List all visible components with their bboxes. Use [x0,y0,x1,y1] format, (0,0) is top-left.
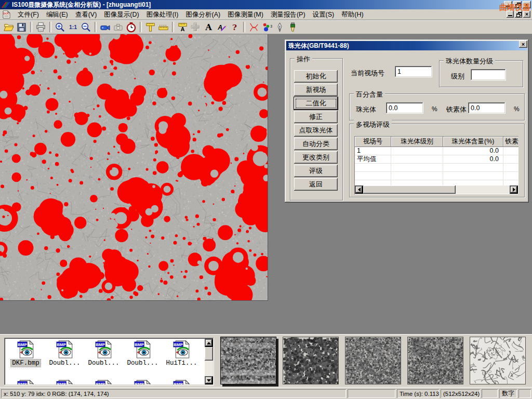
operation-button-4[interactable]: 修正 [294,111,338,123]
percentage-group-label: 百分含量 [354,90,385,99]
file-item[interactable]: BMPDoubl... [45,340,84,379]
file-name: DKF.bmp [11,360,41,367]
table-column-header: 视场号 [355,137,391,147]
table-row[interactable] [355,164,518,172]
file-item-clipped[interactable]: BMP [84,379,123,384]
thumbnail-2[interactable] [283,337,339,384]
hscroll-thumb[interactable] [363,185,456,194]
zoom-in-icon[interactable] [54,21,66,33]
save-icon[interactable] [15,21,28,33]
table-hscrollbar[interactable] [355,185,518,194]
video-camera-icon[interactable] [99,21,112,33]
restore-icon[interactable] [513,1,522,8]
dialog-title-bar[interactable]: 珠光体(GB/T9441-88) [286,41,527,50]
operation-button-3[interactable]: 二值化 [294,97,338,110]
file-item-clipped[interactable]: BMP [162,379,201,384]
image-dimensions-status: (512x512x24) [441,389,480,398]
zoom-out-icon[interactable] [79,21,92,33]
title-bar: IS100显微摄像系统(金相分析版) - [zhuguangti01] × [0,0,532,9]
metallographic-image[interactable] [0,34,268,301]
menu-item-1[interactable]: 文件(F) [14,9,43,20]
svg-text:BMP: BMP [174,342,183,347]
close-icon[interactable]: × [523,1,531,8]
menu-item-3[interactable]: 查看(V) [72,9,101,20]
file-name: Doubl... [48,360,81,367]
file-vscrollbar[interactable] [205,339,213,384]
actual-size-icon[interactable]: 1:1 [66,21,79,33]
thumbnail-1[interactable] [220,337,276,384]
menu-item-4[interactable]: 图像显示(D) [100,9,142,20]
grid-icon[interactable] [189,21,202,33]
curve-icon[interactable] [247,21,260,33]
pen-icon[interactable] [273,21,286,33]
app-icon [2,1,10,8]
measure-text-icon[interactable]: A [176,21,189,33]
rating-table-header: 视场号珠光体级别珠光体含量(%)铁素体含量(%) [355,137,518,147]
dialog-title-text: 珠光体(GB/T9441-88) [288,42,349,50]
menu-item-2[interactable]: 编辑(E) [43,9,72,20]
multi-field-group-label: 多视场评级 [354,120,392,129]
toolbar: 1:1AAA?3 [0,20,532,34]
file-item-clipped[interactable]: BMP [6,379,45,384]
minimize-icon[interactable] [504,1,512,8]
file-item[interactable]: BMPDoubl... [84,340,123,379]
file-item-clipped[interactable]: BMP [123,379,162,384]
table-row[interactable]: 10.0 [355,147,518,155]
operation-button-6[interactable]: 自动分类 [294,138,338,150]
pearlite-value: 0.0 [389,104,397,112]
operation-button-8[interactable]: 评级 [294,165,338,177]
help-icon[interactable]: ? [228,21,241,33]
dialog-close-icon[interactable]: × [519,41,527,48]
mdi-close-icon[interactable]: × [523,11,530,18]
table-row[interactable] [355,172,518,180]
level-input[interactable] [471,69,506,81]
particles-icon[interactable]: 3 [260,21,273,33]
menu-item-6[interactable]: 图像分析(A) [182,9,224,20]
document-icon[interactable]: DOC [2,10,11,19]
table-row[interactable]: 平均值0.0 [355,155,518,164]
status-empty-3 [518,389,531,398]
thumbnail-4[interactable] [407,337,463,384]
operation-button-2[interactable]: 新视场 [294,84,338,96]
menu-item-10[interactable]: 帮助(H) [338,9,367,20]
menu-item-8[interactable]: 测量报告(P) [267,9,309,20]
print-icon[interactable] [34,21,47,33]
toolbar-separator [243,22,245,32]
file-item[interactable]: BMPDoubl... [123,340,162,379]
scroll-left-icon[interactable] [355,185,363,194]
ruler-icon[interactable] [157,21,170,33]
mode-status: 数字 [499,389,517,398]
file-item[interactable]: BMPHuiTi... [162,340,201,379]
menu-item-5[interactable]: 图像处理(I) [143,9,182,20]
vscroll-thumb[interactable] [205,347,213,361]
file-item[interactable]: BMPDKF.bmp [6,340,45,379]
photo-camera-icon[interactable] [112,21,125,33]
toolbar-separator [30,22,32,32]
ferrite-input[interactable]: 0.0 [468,102,506,114]
scroll-up-icon[interactable] [205,339,213,347]
thumbnail-3[interactable] [345,337,401,384]
brush-icon[interactable] [286,21,299,33]
menu-item-9[interactable]: 设置(S) [309,9,338,20]
text-icon[interactable]: A [202,21,215,33]
menu-item-7[interactable]: 图像测量(M) [224,9,267,20]
current-field-input[interactable]: 1 [395,66,432,77]
open-icon[interactable] [2,21,15,33]
thumbnail-strip [220,337,526,384]
operation-button-9[interactable]: 返回 [294,178,338,191]
toolbar-separator [140,22,142,32]
file-browser: BMPDKF.bmpBMPDoubl...BMPDoubl...BMPDoubl… [4,338,214,385]
scroll-right-icon[interactable] [510,185,518,194]
annotate-icon[interactable]: A [215,21,228,33]
timer-icon[interactable] [125,21,138,33]
pearlite-input[interactable]: 0.0 [386,102,423,114]
scroll-down-icon[interactable] [205,376,213,384]
mdi-minimize-icon[interactable] [507,11,514,18]
caliper-icon[interactable] [144,21,157,33]
operation-button-5[interactable]: 点取珠光体 [294,124,338,137]
thumbnail-5[interactable] [470,337,526,384]
file-item-clipped[interactable]: BMP [45,379,84,384]
operation-button-1[interactable]: 初始化 [294,70,338,83]
operation-button-7[interactable]: 更改类别 [294,151,338,164]
mdi-restore-icon[interactable] [515,11,522,18]
